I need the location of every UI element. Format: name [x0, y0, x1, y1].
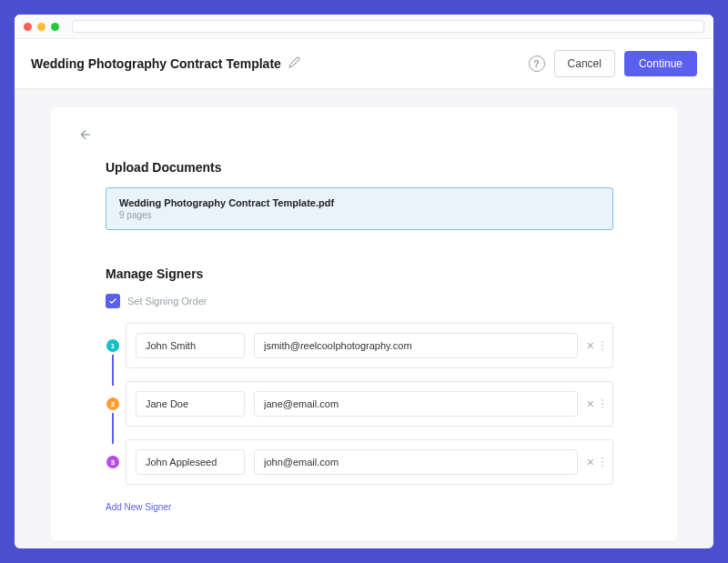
signer-email-input[interactable] [254, 449, 578, 475]
row-actions: × [587, 397, 603, 411]
signer-email-input[interactable] [254, 333, 578, 358]
remove-signer-icon[interactable]: × [587, 455, 594, 469]
help-icon[interactable]: ? [529, 55, 545, 72]
order-badge: 1 [106, 339, 119, 352]
content-area: Upload Documents Wedding Photography Con… [15, 89, 713, 548]
drag-handle-icon[interactable] [602, 341, 603, 350]
manage-title: Manage Signers [106, 266, 613, 281]
uploaded-document[interactable]: Wedding Photography Contract Template.pd… [106, 187, 613, 230]
connector-line [112, 413, 114, 444]
order-badge: 2 [106, 397, 119, 410]
drag-handle-icon[interactable] [602, 399, 603, 408]
page-title: Wedding Photography Contract Template [31, 56, 281, 71]
signing-order-checkbox[interactable] [106, 294, 120, 308]
signer-row: 2 × [126, 381, 613, 427]
upload-section: Upload Documents Wedding Photography Con… [78, 160, 622, 514]
app-window: Wedding Photography Contract Template ? … [15, 15, 713, 548]
signing-order-row: Set Signing Order [106, 294, 613, 308]
continue-button[interactable]: Continue [624, 51, 697, 76]
add-signer-link[interactable]: Add New Signer [106, 502, 171, 512]
signers-list: 1 × 2 [106, 323, 613, 485]
signer-email-input[interactable] [254, 391, 578, 417]
edit-title-icon[interactable] [288, 55, 300, 72]
cancel-button[interactable]: Cancel [554, 50, 615, 77]
signer-row: 1 × [126, 323, 613, 368]
drag-handle-icon[interactable] [602, 457, 603, 467]
main-card: Upload Documents Wedding Photography Con… [51, 107, 677, 541]
minimize-window-icon[interactable] [37, 23, 46, 31]
connector-line [112, 355, 114, 386]
back-arrow-icon[interactable] [78, 127, 93, 146]
remove-signer-icon[interactable]: × [587, 338, 594, 353]
doc-name: Wedding Photography Contract Template.pd… [119, 197, 600, 208]
signer-name-input[interactable] [136, 333, 245, 358]
signer-row: 3 × [126, 439, 613, 485]
header-left: Wedding Photography Contract Template [31, 55, 300, 72]
page-header: Wedding Photography Contract Template ? … [15, 39, 713, 89]
url-bar[interactable] [72, 20, 704, 33]
signer-name-input[interactable] [136, 391, 245, 417]
row-actions: × [587, 338, 603, 353]
signer-name-input[interactable] [136, 449, 245, 475]
remove-signer-icon[interactable]: × [587, 397, 594, 411]
doc-meta: 9 pages [119, 210, 600, 220]
signing-order-label: Set Signing Order [127, 296, 207, 307]
header-right: ? Cancel Continue [529, 50, 697, 77]
close-window-icon[interactable] [24, 23, 32, 31]
row-actions: × [587, 455, 603, 469]
order-badge: 3 [106, 456, 119, 468]
titlebar [15, 15, 713, 39]
upload-title: Upload Documents [106, 160, 613, 175]
maximize-window-icon[interactable] [51, 23, 59, 31]
